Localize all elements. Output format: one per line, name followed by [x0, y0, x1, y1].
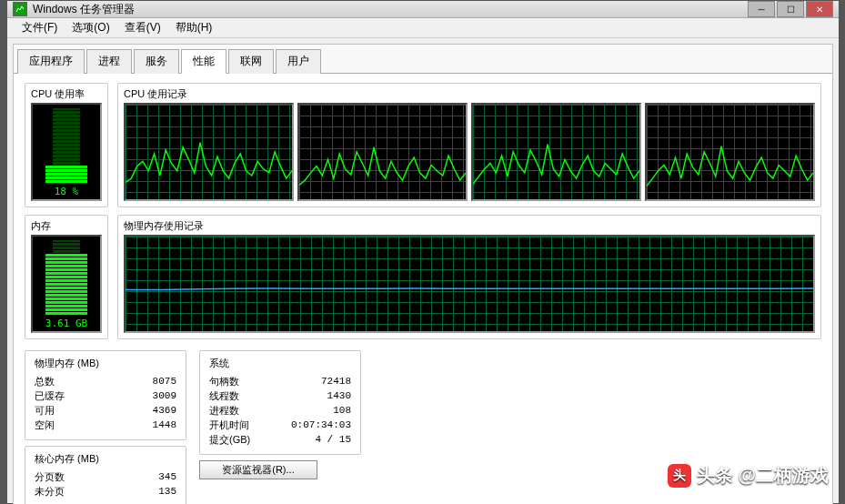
cpu-core-2-chart — [471, 103, 641, 201]
cpu-history-label: CPU 使用记录 — [124, 87, 815, 101]
cpu-core-1-chart — [297, 103, 468, 201]
memory-history-panel: 物理内存使用记录 — [117, 215, 821, 339]
maximize-button[interactable]: ☐ — [777, 1, 804, 17]
memory-history-chart — [124, 235, 815, 333]
tab-performance[interactable]: 性能 — [181, 49, 226, 74]
system-stats: 系统 句柄数72418 线程数1430 进程数108 开机时间0:07:34:0… — [199, 350, 361, 455]
tab-networking[interactable]: 联网 — [228, 49, 274, 74]
physical-memory-stats: 物理内存 (MB) 总数8075 已缓存3009 可用4369 空闲1448 — [25, 350, 186, 440]
memory-label: 内存 — [31, 219, 102, 233]
tab-applications[interactable]: 应用程序 — [17, 49, 85, 74]
watermark-logo-icon: 头 — [668, 464, 691, 488]
cpu-usage-value: 18 % — [33, 186, 100, 197]
cpu-core-3-chart — [645, 103, 815, 201]
memory-history-label: 物理内存使用记录 — [124, 219, 815, 233]
tab-services[interactable]: 服务 — [134, 49, 179, 74]
kernel-memory-stats: 核心内存 (MB) 分页数345 未分页135 — [25, 446, 186, 504]
menu-options[interactable]: 选项(O) — [65, 18, 116, 37]
resource-monitor-button[interactable]: 资源监视器(R)... — [199, 460, 317, 479]
close-button[interactable]: ✕ — [806, 1, 833, 17]
tab-users[interactable]: 用户 — [276, 49, 321, 74]
minimize-button[interactable]: ─ — [748, 1, 775, 17]
app-icon — [13, 2, 27, 16]
menu-help[interactable]: 帮助(H) — [168, 18, 220, 37]
memory-value: 3.61 GB — [33, 318, 100, 329]
cpu-core-0-chart — [124, 103, 294, 201]
memory-meter: 内存 3.61 GB — [25, 215, 108, 339]
cpu-history-panel: CPU 使用记录 — [117, 83, 821, 207]
menu-file[interactable]: 文件(F) — [15, 18, 65, 37]
cpu-usage-meter: CPU 使用率 18 % — [25, 83, 108, 207]
watermark: 头 头条 @二柄游戏 — [668, 463, 829, 488]
tab-processes[interactable]: 进程 — [86, 49, 132, 74]
window-title: Windows 任务管理器 — [33, 2, 748, 17]
menu-view[interactable]: 查看(V) — [117, 18, 168, 37]
cpu-usage-label: CPU 使用率 — [31, 87, 102, 101]
